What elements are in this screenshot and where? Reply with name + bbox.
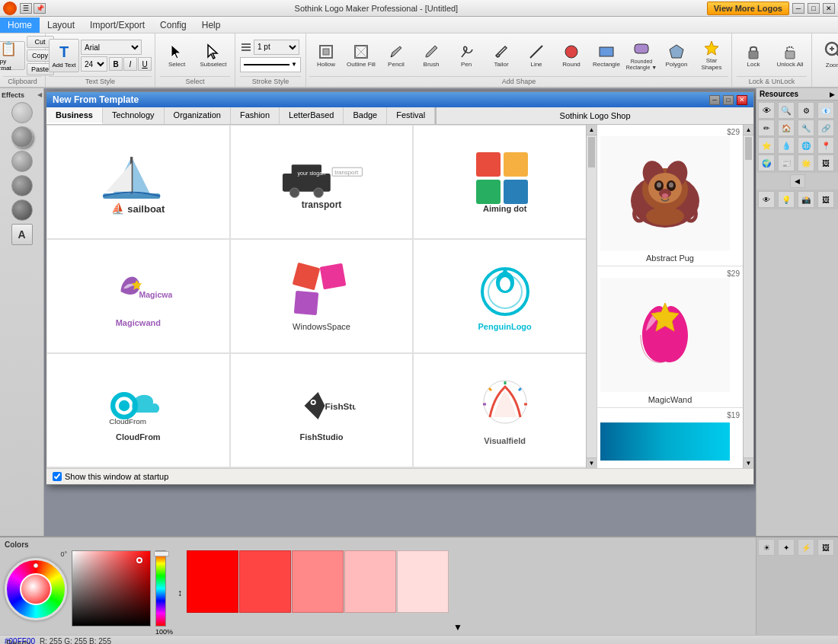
res-btn-12[interactable]: 📍	[817, 137, 834, 154]
res-btn-8[interactable]: 🔗	[817, 120, 834, 136]
menu-layout[interactable]: Layout	[40, 18, 82, 33]
swatch-red[interactable]	[187, 550, 238, 613]
pencil-button[interactable]: Pencil	[379, 37, 413, 75]
res-btn-9[interactable]: ⭐	[758, 137, 775, 154]
template-magicwand[interactable]: Magicwand Magicwand	[46, 239, 230, 353]
res-btn-13[interactable]: 🌍	[758, 155, 775, 171]
bold-button[interactable]: B	[109, 57, 123, 71]
template-visualfield[interactable]: Visualfield	[413, 353, 597, 467]
shop-item-3[interactable]: $19	[597, 408, 753, 467]
polygon-button[interactable]: Polygon	[660, 37, 693, 75]
tailor-button[interactable]: Tailor	[485, 37, 518, 75]
title-bar-menu-btn[interactable]: ☰	[20, 3, 32, 14]
line-button[interactable]: Line	[520, 37, 553, 75]
tab-business[interactable]: Business	[46, 107, 103, 124]
shop-item-abstract-pug[interactable]: $29	[597, 125, 753, 266]
tab-organization[interactable]: Organization	[165, 107, 231, 124]
select-button[interactable]: Select	[160, 37, 194, 75]
template-cloudfrom[interactable]: CloudFrom CloudFrom	[46, 353, 230, 467]
res2-btn-3[interactable]: 📸	[798, 191, 814, 208]
template-sailboat[interactable]: ⛵ sailboat	[46, 125, 230, 239]
view-more-button[interactable]: View More Logos	[707, 2, 789, 15]
menu-import-export[interactable]: Import/Export	[82, 18, 152, 33]
effect-glow[interactable]	[11, 151, 33, 172]
effect-bevel[interactable]	[11, 175, 33, 196]
hollow-button[interactable]: Hollow	[309, 37, 343, 75]
shop-scroll-up[interactable]: ▲	[744, 125, 753, 135]
scroll-down[interactable]: ▼	[587, 457, 597, 468]
rectangle-button[interactable]: Rectangle	[590, 37, 623, 75]
res-btn-5[interactable]: ✏	[758, 120, 775, 136]
shop-scroll-thumb[interactable]	[745, 137, 752, 160]
underline-button[interactable]: U	[138, 57, 152, 71]
res2-btn-4[interactable]: 🖼	[817, 191, 834, 208]
res-btn-10[interactable]: 💧	[778, 137, 795, 154]
res2-btn-1[interactable]: 👁	[758, 191, 775, 208]
scroll-thumb[interactable]	[588, 137, 595, 167]
template-windowsspace[interactable]: WindowsSpace	[230, 239, 414, 353]
bottom-res-4[interactable]: 🖼	[817, 539, 834, 556]
title-bar-pin-btn[interactable]: 📌	[34, 3, 46, 14]
outline-fill-button[interactable]: Outline Fill	[344, 37, 378, 75]
shop-scroll-down[interactable]: ▼	[744, 457, 753, 468]
modal-minimize[interactable]: ─	[709, 95, 720, 105]
font-selector[interactable]: Arial	[81, 40, 142, 55]
template-aiming-dot[interactable]: Aiming dot	[413, 125, 597, 239]
font-size-selector[interactable]: 24	[81, 56, 107, 72]
bottom-res-1[interactable]: ☀	[758, 539, 775, 556]
resources-collapse[interactable]: ▶	[830, 91, 835, 98]
template-transport[interactable]: your slogan transport transport	[230, 125, 414, 239]
effect-blur[interactable]	[11, 199, 33, 221]
grid-scrollbar[interactable]: ▲ ▼	[586, 125, 597, 468]
color-strip[interactable]	[155, 550, 166, 626]
effect-shadow[interactable]	[11, 126, 33, 148]
menu-home[interactable]: Home	[0, 18, 40, 33]
maximize-button[interactable]: □	[808, 3, 820, 14]
minimize-button[interactable]: ─	[792, 3, 804, 14]
tab-letter-based[interactable]: LetterBased	[280, 107, 344, 124]
bottom-res-2[interactable]: ✦	[778, 539, 795, 556]
color-down-arrow[interactable]: ▼	[453, 622, 462, 633]
effects-collapse[interactable]: ◀	[37, 91, 42, 98]
shop-item-magicwand[interactable]: $29 MagicWand	[597, 266, 753, 408]
bottom-res-3[interactable]: ⚡	[798, 539, 814, 556]
res-btn-6[interactable]: 🏠	[778, 120, 795, 136]
zoom-button[interactable]: Zoom	[817, 35, 838, 73]
swatch-verylightpink[interactable]	[397, 550, 449, 613]
stroke-size-selector[interactable]: 1 pt	[254, 40, 299, 55]
rounded-rect-button[interactable]: Rounded Rectangle ▼	[625, 37, 658, 75]
color-gradient-picker[interactable]	[72, 550, 151, 626]
italic-button[interactable]: I	[123, 57, 137, 71]
show-startup-checkbox[interactable]	[53, 472, 62, 481]
close-button[interactable]: ✕	[823, 3, 835, 14]
res-prev[interactable]: ◀	[790, 174, 805, 188]
swatch-lightpink[interactable]	[344, 550, 396, 613]
tab-logo-shop[interactable]: Sothink Logo Shop	[435, 107, 753, 124]
subselect-button[interactable]: Subselect	[197, 37, 230, 75]
star-shapes-button[interactable]: Star Shapes	[695, 37, 728, 75]
modal-maximize[interactable]: □	[723, 95, 734, 105]
add-text-button[interactable]: T Add Text	[49, 39, 79, 72]
swatch-pink[interactable]	[292, 550, 344, 613]
template-penguinlogo[interactable]: PenguinLogo	[413, 239, 597, 353]
res-btn-3[interactable]: ⚙	[798, 102, 814, 119]
res-btn-4[interactable]: 📧	[817, 102, 834, 119]
swatch-lightred[interactable]	[239, 550, 291, 613]
res-btn-15[interactable]: 🌟	[798, 155, 814, 171]
tab-fashion[interactable]: Fashion	[231, 107, 280, 124]
copy-format-button[interactable]: 📋 Copy Format	[0, 41, 25, 70]
color-arrow-btn[interactable]: ↕	[178, 588, 182, 598]
menu-config[interactable]: Config	[152, 18, 194, 33]
menu-help[interactable]: Help	[194, 18, 229, 33]
tab-badge[interactable]: Badge	[344, 107, 387, 124]
letter-effect-btn[interactable]: A	[11, 224, 33, 245]
tab-festival[interactable]: Festival	[387, 107, 435, 124]
res-btn-11[interactable]: 🌐	[798, 137, 814, 154]
template-fishstudio[interactable]: FishStudio FishStudio	[230, 353, 414, 467]
res-btn-1[interactable]: 👁	[758, 102, 775, 119]
color-wheel[interactable]	[5, 558, 67, 620]
res-btn-16[interactable]: 🖼	[817, 155, 834, 171]
scroll-up[interactable]: ▲	[587, 125, 597, 135]
res-btn-7[interactable]: 🔧	[798, 120, 814, 136]
tab-technology[interactable]: Technology	[103, 107, 165, 124]
